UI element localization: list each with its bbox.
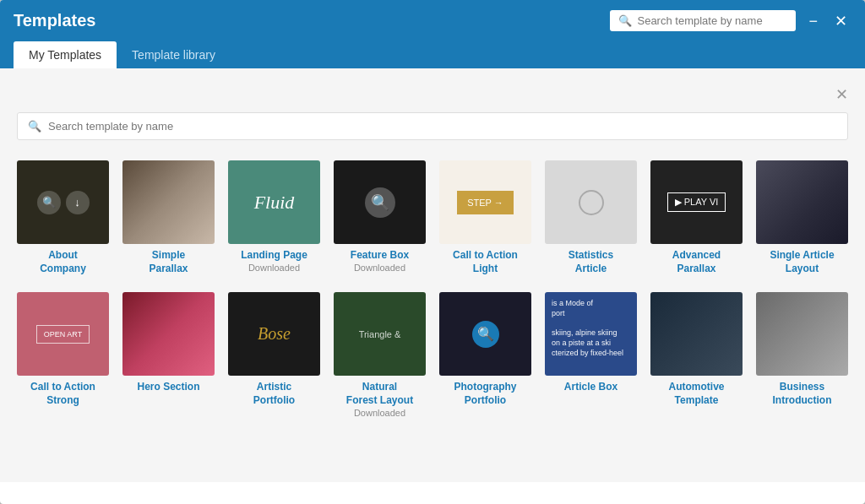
thumb-artistic-portfolio: Bose <box>228 292 320 376</box>
label-landing-page: Landing Page <box>241 249 307 263</box>
label-photography-portfolio: PhotographyPortfolio <box>454 381 517 407</box>
thumb-about-search: 🔍 <box>37 191 61 214</box>
tab-my-templates[interactable]: My Templates <box>14 41 117 68</box>
label-about-company: AboutCompany <box>40 249 86 275</box>
thumb-photo-icon: 🔍 <box>472 321 499 348</box>
thumb-article-text-content: is a Mode ofportskiing, alpine skiingon … <box>552 299 630 358</box>
content-area: ✕ 🔍 🔍 ↓ AboutCompany <box>0 68 865 482</box>
template-simple-parallax[interactable]: SimpleParallax <box>122 160 215 275</box>
thumb-artistic-text: Bose <box>258 324 291 344</box>
template-natural-forest[interactable]: Triangle & NaturalForest Layout Download… <box>334 292 426 417</box>
main-search-icon: 🔍 <box>28 120 41 133</box>
sublabel-landing-page: Downloaded <box>248 263 300 273</box>
thumb-article-box: is a Mode ofportskiing, alpine skiingon … <box>545 292 637 376</box>
thumb-cta-strong: OPEN ART <box>17 292 109 376</box>
thumb-statistics <box>545 160 637 244</box>
titlebar-controls: 🔍 − ✕ <box>610 10 851 31</box>
header-search-input[interactable] <box>637 14 787 27</box>
template-cta-light[interactable]: STEP → Call to ActionLight <box>439 160 531 275</box>
template-artistic-portfolio[interactable]: Bose ArtisticPortfolio <box>228 292 320 417</box>
header-search-box[interactable]: 🔍 <box>610 10 796 31</box>
template-photography-portfolio[interactable]: 🔍 PhotographyPortfolio <box>439 292 531 417</box>
thumb-simple-parallax <box>122 160 215 244</box>
window-title: Templates <box>14 11 95 30</box>
thumb-feature-icon: 🔍 <box>365 187 395 218</box>
label-simple-parallax: SimpleParallax <box>149 249 188 275</box>
label-cta-strong: Call to ActionStrong <box>30 381 95 407</box>
thumb-single-img <box>756 160 848 244</box>
thumb-cta-light: STEP → <box>439 160 531 244</box>
thumb-feature-box: 🔍 <box>334 160 426 244</box>
label-automotive: AutomotiveTemplate <box>669 381 725 407</box>
label-advanced-parallax: AdvancedParallax <box>672 249 721 275</box>
thumb-biz-img <box>756 292 848 376</box>
template-single-article[interactable]: Single ArticleLayout <box>756 160 848 275</box>
label-cta-light: Call to ActionLight <box>453 249 518 275</box>
minimize-button[interactable]: − <box>804 12 822 30</box>
tabs-bar: My Templates Template library <box>0 41 865 68</box>
label-business-intro: BusinessIntroduction <box>773 381 832 407</box>
thumb-landing-page: Fluid <box>228 160 320 244</box>
thumb-about-down: ↓ <box>66 191 90 214</box>
content-close-button[interactable]: ✕ <box>835 85 848 104</box>
thumb-natural-forest: Triangle & <box>334 292 426 376</box>
sublabel-natural-forest: Downloaded <box>354 408 405 418</box>
sublabel-feature-box: Downloaded <box>354 263 405 273</box>
template-about-company[interactable]: 🔍 ↓ AboutCompany <box>17 160 109 275</box>
titlebar: Templates 🔍 − ✕ <box>0 0 865 41</box>
thumb-natural-text: Triangle & <box>359 329 401 339</box>
template-business-intro[interactable]: BusinessIntroduction <box>756 292 848 417</box>
thumb-business-intro <box>756 292 848 376</box>
thumb-cta-strong-box: OPEN ART <box>36 325 90 344</box>
label-feature-box: Feature Box <box>351 249 409 263</box>
label-single-article: Single ArticleLayout <box>770 249 834 275</box>
template-automotive[interactable]: AutomotiveTemplate <box>650 292 743 417</box>
templates-grid-row1: 🔍 ↓ AboutCompany SimpleParallax Fluid La… <box>17 160 848 275</box>
templates-grid-row2: OPEN ART Call to ActionStrong Hero Secti… <box>17 292 848 417</box>
thumb-single-article <box>756 160 848 244</box>
main-search-bar[interactable]: 🔍 <box>17 112 848 140</box>
tab-template-library[interactable]: Template library <box>117 41 231 68</box>
label-artistic-portfolio: ArtisticPortfolio <box>253 381 295 407</box>
thumb-advanced-parallax: ▶ PLAY VI <box>650 160 743 244</box>
thumb-automotive <box>650 292 743 376</box>
template-advanced-parallax[interactable]: ▶ PLAY VI AdvancedParallax <box>650 160 743 275</box>
template-article-box[interactable]: is a Mode ofportskiing, alpine skiingon … <box>545 292 637 417</box>
template-hero-section[interactable]: Hero Section <box>122 292 215 417</box>
template-statistics-article[interactable]: StatisticsArticle <box>545 160 637 275</box>
thumb-hero-section <box>122 292 215 376</box>
main-search-input[interactable] <box>48 120 837 133</box>
thumb-hero-img <box>122 292 215 376</box>
thumb-about-company: 🔍 ↓ <box>17 160 109 244</box>
main-window: Templates 🔍 − ✕ My Templates Template li… <box>0 0 865 504</box>
thumb-simple-img <box>122 160 215 244</box>
template-feature-box[interactable]: 🔍 Feature Box Downloaded <box>334 160 426 275</box>
template-cta-strong[interactable]: OPEN ART Call to ActionStrong <box>17 292 109 417</box>
content-close-row: ✕ <box>17 85 848 104</box>
thumb-cta-box: STEP → <box>457 191 514 214</box>
thumb-photography-portfolio: 🔍 <box>439 292 531 376</box>
label-natural-forest: NaturalForest Layout <box>346 381 413 407</box>
thumb-landing-text: Fluid <box>254 192 295 214</box>
close-button[interactable]: ✕ <box>830 12 851 30</box>
header-search-icon: 🔍 <box>618 14 632 27</box>
label-hero-section: Hero Section <box>137 381 199 394</box>
thumb-play-btn: ▶ PLAY VI <box>667 192 726 212</box>
label-article-box: Article Box <box>564 381 617 394</box>
thumb-stat-circle <box>579 190 604 215</box>
thumb-auto-img <box>650 292 743 376</box>
template-landing-page[interactable]: Fluid Landing Page Downloaded <box>228 160 320 275</box>
label-statistics-article: StatisticsArticle <box>569 249 613 275</box>
